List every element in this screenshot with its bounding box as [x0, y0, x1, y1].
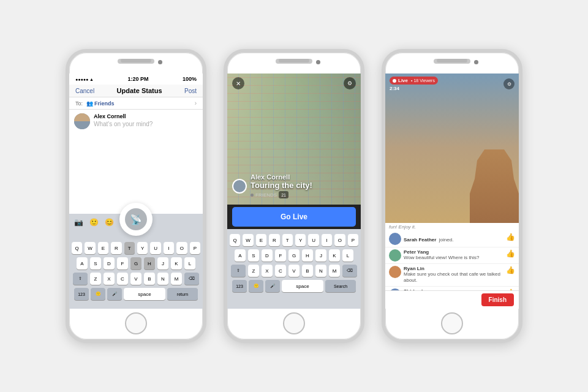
- key-b[interactable]: B: [144, 273, 155, 285]
- key-w[interactable]: W: [85, 242, 95, 254]
- key-g[interactable]: G: [288, 249, 300, 262]
- key-y[interactable]: Y: [295, 234, 306, 246]
- key-a[interactable]: A: [77, 257, 88, 270]
- key-emoji[interactable]: 🙂: [249, 280, 263, 292]
- phone-speaker: [437, 59, 467, 62]
- post-button[interactable]: Post: [184, 88, 197, 94]
- comment-text: Wow beautiful view! Where is this?: [404, 255, 503, 261]
- key-n[interactable]: N: [157, 273, 168, 285]
- broadcast-view: Live • 18 Viewers 2:34 ⚙: [385, 74, 519, 223]
- key-space[interactable]: space: [124, 288, 165, 300]
- cancel-button[interactable]: Cancel: [75, 88, 94, 94]
- chevron-icon: ›: [195, 100, 197, 107]
- key-s[interactable]: S: [90, 257, 101, 270]
- key-delete[interactable]: ⌫: [184, 273, 199, 285]
- key-t[interactable]: T: [282, 234, 293, 246]
- key-n[interactable]: N: [315, 265, 326, 277]
- key-v[interactable]: V: [288, 265, 300, 277]
- key-k[interactable]: K: [329, 249, 340, 262]
- key-l[interactable]: L: [342, 249, 353, 262]
- key-d[interactable]: D: [104, 257, 115, 270]
- key-delete[interactable]: ⌫: [342, 265, 357, 277]
- key-u[interactable]: U: [150, 242, 160, 254]
- phone-camera: [316, 60, 320, 64]
- friends-selector[interactable]: 👥 Friends: [86, 100, 115, 107]
- key-search[interactable]: Search: [325, 280, 356, 292]
- key-space[interactable]: space: [282, 280, 323, 292]
- like-button[interactable]: 👍: [506, 233, 515, 241]
- key-w[interactable]: W: [243, 234, 253, 246]
- key-return[interactable]: return: [167, 288, 198, 300]
- key-v[interactable]: V: [130, 273, 141, 285]
- settings-button[interactable]: ⚙: [344, 77, 356, 89]
- key-mic[interactable]: 🎤: [107, 288, 122, 300]
- key-r[interactable]: R: [111, 242, 121, 254]
- key-o[interactable]: O: [334, 234, 345, 246]
- live-icon-circle[interactable]: 📡: [119, 203, 153, 236]
- user-name: Alex Cornell: [94, 113, 153, 119]
- key-m[interactable]: M: [171, 273, 182, 285]
- home-button[interactable]: [125, 312, 147, 334]
- key-123[interactable]: 123: [232, 280, 247, 292]
- key-p[interactable]: P: [348, 234, 358, 246]
- key-r[interactable]: R: [269, 234, 279, 246]
- commenter-avatar: [389, 266, 401, 278]
- key-c[interactable]: C: [117, 273, 128, 285]
- key-p[interactable]: P: [190, 242, 200, 254]
- emoji-icon[interactable]: 😊: [105, 218, 114, 227]
- person-icon[interactable]: 🙂: [89, 218, 99, 227]
- key-shift[interactable]: ⇧: [73, 273, 88, 285]
- key-x[interactable]: X: [104, 273, 115, 285]
- key-z[interactable]: Z: [248, 265, 259, 277]
- key-j[interactable]: J: [157, 257, 168, 270]
- home-button[interactable]: [283, 312, 305, 334]
- finish-button[interactable]: Finish: [481, 293, 514, 306]
- key-z[interactable]: Z: [90, 273, 101, 285]
- camera-icon[interactable]: 📷: [74, 218, 83, 227]
- key-f[interactable]: F: [275, 249, 286, 262]
- like-button[interactable]: 👍: [506, 266, 515, 274]
- signal-icon: ●●●●● ▲: [75, 77, 94, 81]
- key-u[interactable]: U: [308, 234, 318, 246]
- home-button[interactable]: [441, 312, 463, 334]
- like-button[interactable]: 👍: [506, 249, 515, 258]
- go-live-button[interactable]: Go Live: [232, 207, 356, 227]
- key-i[interactable]: I: [322, 234, 332, 246]
- key-k[interactable]: K: [171, 257, 182, 270]
- key-mic[interactable]: 🎤: [265, 280, 280, 292]
- key-h[interactable]: H: [144, 257, 155, 270]
- friends-label: FRIENDS: [255, 192, 277, 198]
- key-m[interactable]: M: [329, 265, 340, 277]
- key-g[interactable]: G: [130, 257, 141, 270]
- key-h[interactable]: H: [302, 249, 313, 262]
- key-t[interactable]: T: [124, 242, 135, 254]
- friends-dot: [251, 194, 254, 197]
- key-e[interactable]: E: [256, 234, 266, 246]
- close-button[interactable]: ✕: [232, 77, 244, 89]
- viewers-count: • 18 Viewers: [411, 78, 435, 83]
- key-e[interactable]: E: [98, 242, 108, 254]
- key-a[interactable]: A: [235, 249, 246, 262]
- key-b[interactable]: B: [302, 265, 313, 277]
- key-123[interactable]: 123: [74, 288, 89, 300]
- key-c[interactable]: C: [275, 265, 286, 277]
- key-x[interactable]: X: [262, 265, 273, 277]
- key-o[interactable]: O: [176, 242, 187, 254]
- key-emoji[interactable]: 🙂: [91, 288, 105, 300]
- key-d[interactable]: D: [262, 249, 273, 262]
- comment-text: joined.: [439, 237, 454, 243]
- status-input[interactable]: What's on your mind?: [94, 121, 153, 127]
- key-s[interactable]: S: [248, 249, 259, 262]
- key-q[interactable]: Q: [230, 234, 240, 246]
- keyboard-row-3: ⇧ Z X C V B N M ⌫: [72, 273, 200, 285]
- broadcast-settings-button[interactable]: ⚙: [503, 78, 514, 89]
- key-j[interactable]: J: [315, 249, 326, 262]
- key-y[interactable]: Y: [137, 242, 148, 254]
- key-shift[interactable]: ⇧: [231, 265, 246, 277]
- key-i[interactable]: I: [164, 242, 174, 254]
- key-q[interactable]: Q: [72, 242, 82, 254]
- key-l[interactable]: L: [184, 257, 195, 270]
- keyboard: Q W E R T Y U I O P A S D: [69, 239, 203, 301]
- keyboard-row-1: Q W E R T Y U I O P: [230, 234, 358, 246]
- key-f[interactable]: F: [117, 257, 128, 270]
